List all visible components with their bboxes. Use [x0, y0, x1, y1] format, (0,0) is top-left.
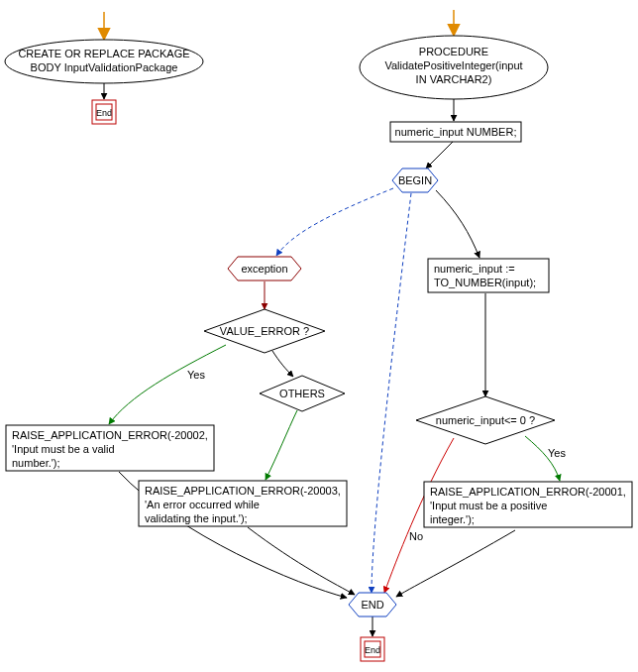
edge-n4-n13	[372, 193, 411, 593]
node-raise20001-t2: 'Input must be a positive	[430, 500, 547, 511]
label-yes-n11: Yes	[548, 447, 566, 459]
svg-text:End: End	[96, 108, 112, 118]
node-valueerror-text: VALUE_ERROR ?	[220, 325, 309, 337]
node-exception-text: exception	[241, 263, 287, 275]
edge-n4-n10	[436, 190, 479, 258]
node-raise20001-t1: RAISE_APPLICATION_ERROR(-20001,	[430, 486, 626, 498]
node-final-end: End	[361, 637, 384, 661]
node-raise20002-t3: number.');	[12, 457, 60, 469]
node-raise20003-t2: 'An error occurred while	[145, 499, 260, 510]
node-package-text1: CREATE OR REPLACE PACKAGE	[18, 48, 189, 59]
node-procedure-text2: ValidatePositiveInteger(input	[384, 59, 522, 71]
node-package-text2: BODY InputValidationPackage	[31, 61, 178, 73]
svg-text:End: End	[365, 645, 380, 655]
edge-n6-n8	[109, 345, 226, 424]
node-raise20002-t1: RAISE_APPLICATION_ERROR(-20002,	[12, 429, 208, 441]
node-raise20003-t3: validating the input.');	[145, 512, 248, 524]
node-begin-text: BEGIN	[398, 174, 432, 186]
node-declare-text: numeric_input NUMBER;	[395, 126, 517, 138]
edge-n3-n4	[426, 141, 454, 168]
node-tonumber-t1: numeric_input :=	[434, 263, 515, 275]
edge-n4-n5	[276, 188, 393, 256]
node-end-text: END	[361, 599, 383, 611]
node-procedure-text3: IN VARCHAR2)	[416, 73, 492, 85]
flowchart-canvas: Yes Yes No CREATE OR REPLACE PACKAGE BOD…	[0, 0, 638, 672]
node-package-end: End	[92, 100, 116, 124]
edge-n6-n7	[272, 351, 293, 377]
label-no-n11: No	[409, 530, 423, 542]
edge-n9-n13	[248, 527, 355, 595]
edge-n7-n9	[266, 410, 297, 480]
node-others-text: OTHERS	[279, 388, 325, 399]
node-procedure-text1: PROCEDURE	[419, 46, 488, 57]
node-tonumber-t2: TO_NUMBER(input);	[434, 277, 536, 288]
node-raise20001-t3: integer.');	[430, 513, 475, 525]
node-raise20003-t1: RAISE_APPLICATION_ERROR(-20003,	[145, 485, 341, 497]
node-raise20002-t2: 'Input must be a valid	[12, 443, 115, 455]
label-yes-n6: Yes	[187, 369, 205, 381]
node-lezero-text: numeric_input<= 0 ?	[436, 414, 535, 426]
